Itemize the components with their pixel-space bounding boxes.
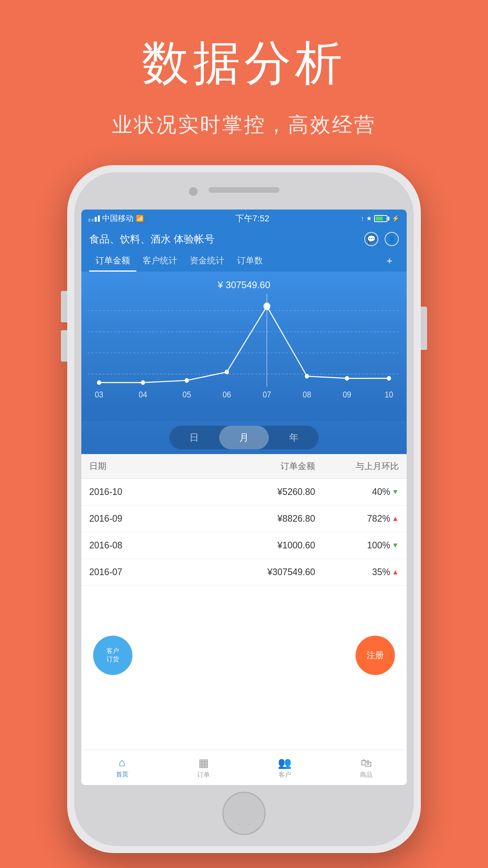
phone-speaker [209,187,279,193]
user-icon[interactable]: 👤 [385,232,399,246]
hero-title: 数据分析 [0,31,488,96]
screen-content: 中国移动 📶 下午7:52 ↑ ★ [81,210,407,785]
svg-text:06: 06 [223,390,231,399]
table-row: 2016-07 ¥307549.60 35% ▲ [81,559,407,586]
volume-up-button [61,291,67,322]
phone-camera [189,187,198,196]
nav-customer-label: 客户 [279,771,291,779]
phone-outer: 中国移动 📶 下午7:52 ↑ ★ [67,165,421,853]
th-amount: 订单金额 [190,460,315,472]
phone-mockup: 中国移动 📶 下午7:52 ↑ ★ [67,165,421,853]
status-right: ↑ ★ ⚡ [361,215,400,222]
nav-product[interactable]: 🛍 商品 [325,754,407,781]
svg-text:10: 10 [385,390,393,399]
chart-section: ¥ 307549.60 [81,272,407,454]
td-date-0: 2016-10 [89,487,190,497]
table-header: 日期 订单金额 与上月环比 [81,454,407,479]
toggle-day[interactable]: 日 [169,426,219,449]
home-icon: ⌂ [119,756,125,769]
toggle-month[interactable]: 月 [219,426,269,449]
add-tab-button[interactable]: + [380,251,399,272]
table-row: 2016-09 ¥8826.80 782% ▲ [81,506,407,532]
svg-text:08: 08 [303,390,311,399]
signal-icon [88,215,100,222]
carrier-label: 中国移动 [102,213,134,224]
svg-text:04: 04 [139,390,147,399]
td-date-2: 2016-08 [89,540,190,551]
hero-subtitle: 业状况实时掌控，高效经营 [0,111,488,139]
message-icon[interactable]: 💬 [364,232,378,246]
svg-point-11 [345,376,349,381]
customer-icon: 👥 [278,756,292,769]
nav-home-label: 首页 [116,771,128,779]
customer-order-label: 客户 [106,647,119,655]
register-button[interactable]: 注册 [356,636,395,675]
svg-text:03: 03 [95,390,103,399]
svg-text:07: 07 [262,390,271,399]
svg-point-12 [387,376,391,381]
table-row: 2016-08 ¥1000.60 100% ▼ [81,532,407,559]
down-arrow-icon: ▼ [392,488,399,496]
status-time: 下午7:52 [235,213,270,224]
td-amount-3: ¥307549.60 [190,567,315,577]
th-change: 与上月环比 [315,460,399,472]
customer-order-sublabel: 订货 [106,655,119,664]
td-date-3: 2016-07 [89,567,190,577]
status-left: 中国移动 📶 [88,213,144,224]
tab-customer-stats[interactable]: 客户统计 [136,251,183,272]
nav-customer[interactable]: 👥 客户 [244,754,325,781]
svg-text:09: 09 [343,390,351,399]
table-row: 2016-10 ¥5260.80 40% ▼ [81,479,407,506]
tab-fund-stats[interactable]: 资金统计 [183,251,231,272]
nav-order-label: 订单 [197,771,210,779]
tab-order-count[interactable]: 订单数 [231,251,269,272]
register-label: 注册 [367,649,384,661]
td-change-2: 100% ▼ [315,540,399,551]
toggle-pill: 日 月 年 [169,426,319,449]
bottom-nav: ⌂ 首页 ▦ 订单 👥 客户 🛍 商品 [81,750,407,785]
tab-order-amount[interactable]: 订单金额 [89,251,136,272]
chart-selected-value: ¥ 307549.60 [88,280,400,291]
time-toggle: 日 月 年 [88,426,400,449]
hero-section: 数据分析 业状况实时掌控，高效经营 [0,0,488,139]
up-arrow-icon: ▲ [392,515,399,523]
wifi-icon: 📶 [136,215,144,222]
td-change-3: 35% ▲ [315,567,399,577]
chart-svg-wrapper: 03 04 05 06 07 08 09 10 [88,294,400,404]
toggle-year[interactable]: 年 [269,426,319,449]
status-bar: 中国移动 📶 下午7:52 ↑ ★ [81,210,407,227]
app-header-top: 食品、饮料、酒水 体验帐号 💬 👤 [89,232,399,246]
up-arrow-icon: ▲ [392,568,399,576]
td-change-1: 782% ▲ [315,513,399,524]
power-button [421,307,427,350]
th-date: 日期 [89,460,190,472]
charge-icon: ⚡ [392,215,400,222]
volume-down-button [61,330,67,362]
td-amount-2: ¥1000.60 [190,540,315,551]
svg-point-9 [264,303,270,310]
location-icon: ↑ [361,215,364,222]
svg-point-7 [185,378,189,383]
header-icons: 💬 👤 [364,232,399,246]
nav-order[interactable]: ▦ 订单 [163,754,244,781]
customer-order-button[interactable]: 客户 订货 [93,636,132,675]
td-change-0: 40% ▼ [315,487,399,497]
app-title: 食品、饮料、酒水 体验帐号 [89,232,215,246]
nav-home[interactable]: ⌂ 首页 [81,754,163,781]
product-icon: 🛍 [361,756,372,769]
td-date-1: 2016-09 [89,513,190,524]
order-icon: ▦ [198,756,209,769]
svg-point-5 [97,381,101,385]
svg-point-10 [305,374,309,379]
data-table: 日期 订单金额 与上月环比 2016-10 ¥5260.80 40% ▼ 201… [81,454,407,750]
svg-point-6 [141,381,145,385]
home-button[interactable] [222,792,266,835]
chart-area: ¥ 307549.60 [81,272,407,421]
nav-tabs: 订单金额 客户统计 资金统计 订单数 + [89,251,399,272]
bluetooth-icon: ★ [366,215,372,222]
svg-text:05: 05 [183,390,191,399]
td-amount-1: ¥8826.80 [190,513,315,524]
phone-screen: 中国移动 📶 下午7:52 ↑ ★ [81,210,407,785]
app-header: 食品、饮料、酒水 体验帐号 💬 👤 订单金额 客户统计 资金统计 订单数 + [81,227,407,272]
svg-point-8 [225,370,229,374]
